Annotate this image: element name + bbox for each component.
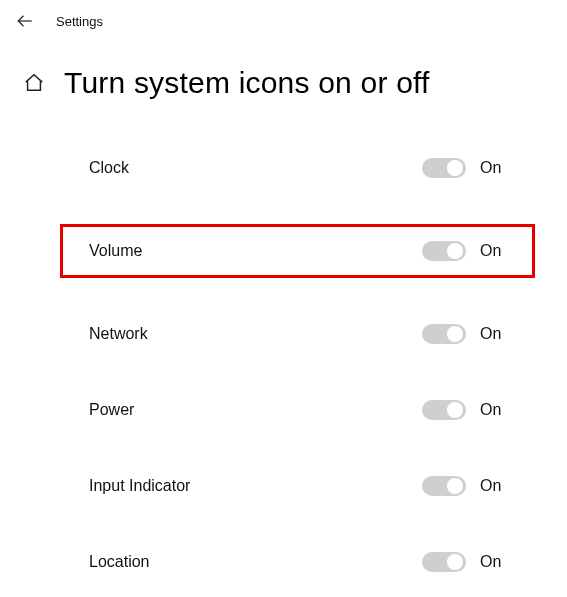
- toggle-knob: [447, 326, 463, 342]
- toggle-group: On: [422, 324, 506, 344]
- setting-row-location: Location On: [68, 542, 527, 582]
- toggle-knob: [447, 402, 463, 418]
- topbar: Settings: [0, 0, 567, 38]
- toggle-group: On: [422, 241, 506, 261]
- setting-label: Location: [89, 553, 150, 571]
- home-icon[interactable]: [22, 71, 46, 95]
- toggle-knob: [447, 478, 463, 494]
- toggle-state: On: [480, 553, 506, 571]
- toggle-power[interactable]: [422, 400, 466, 420]
- setting-label: Input Indicator: [89, 477, 190, 495]
- toggle-input-indicator[interactable]: [422, 476, 466, 496]
- setting-label: Network: [89, 325, 148, 343]
- toggle-knob: [447, 554, 463, 570]
- setting-row-volume: Volume On: [60, 224, 535, 278]
- toggle-state: On: [480, 325, 506, 343]
- toggle-group: On: [422, 158, 506, 178]
- toggle-group: On: [422, 400, 506, 420]
- back-arrow-icon[interactable]: [14, 10, 36, 32]
- setting-row-network: Network On: [68, 314, 527, 354]
- setting-label: Clock: [89, 159, 129, 177]
- toggle-state: On: [480, 159, 506, 177]
- toggle-group: On: [422, 476, 506, 496]
- setting-label: Volume: [89, 242, 142, 260]
- toggle-location[interactable]: [422, 552, 466, 572]
- toggle-volume[interactable]: [422, 241, 466, 261]
- setting-row-clock: Clock On: [68, 148, 527, 188]
- setting-row-power: Power On: [68, 390, 527, 430]
- toggle-knob: [447, 160, 463, 176]
- heading-row: Turn system icons on or off: [0, 38, 567, 110]
- toggle-knob: [447, 243, 463, 259]
- toggle-state: On: [480, 401, 506, 419]
- toggle-network[interactable]: [422, 324, 466, 344]
- page-title: Turn system icons on or off: [64, 66, 430, 100]
- toggle-clock[interactable]: [422, 158, 466, 178]
- settings-list: Clock On Volume On Network On Power On I…: [0, 110, 567, 582]
- setting-row-input-indicator: Input Indicator On: [68, 466, 527, 506]
- setting-label: Power: [89, 401, 134, 419]
- toggle-state: On: [480, 242, 506, 260]
- app-title: Settings: [56, 14, 103, 29]
- toggle-group: On: [422, 552, 506, 572]
- toggle-state: On: [480, 477, 506, 495]
